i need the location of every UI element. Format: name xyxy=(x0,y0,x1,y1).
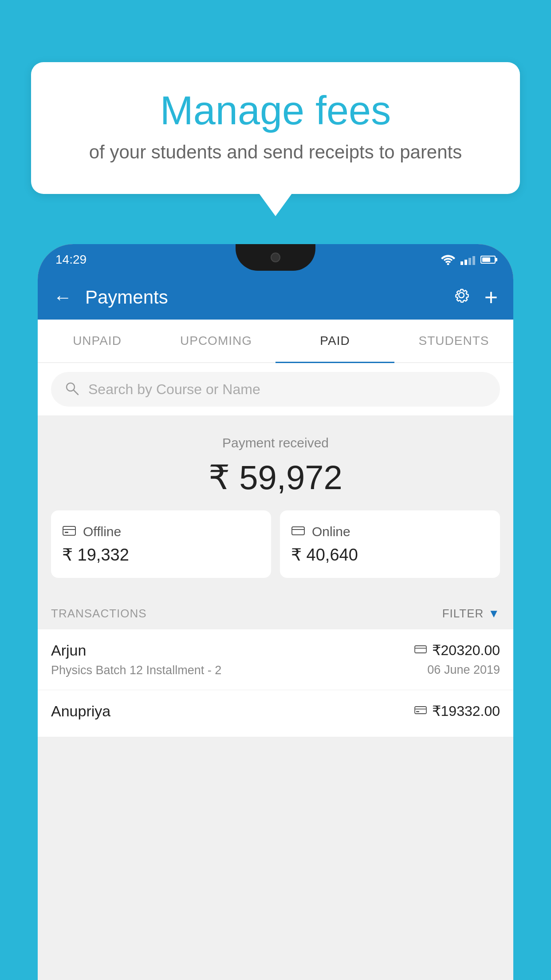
filter-button[interactable]: FILTER ▼ xyxy=(442,607,500,620)
offline-label: Offline xyxy=(83,524,121,539)
payment-cards: Offline ₹ 19,332 Online xyxy=(51,510,500,578)
payment-summary: Payment received ₹ 59,972 Offline xyxy=(38,415,513,593)
svg-rect-3 xyxy=(63,526,75,535)
tab-unpaid[interactable]: UNPAID xyxy=(38,320,157,362)
svg-rect-8 xyxy=(415,646,426,653)
payment-received-label: Payment received xyxy=(51,435,500,450)
offline-payment-card: Offline ₹ 19,332 xyxy=(51,510,271,578)
payment-total-amount: ₹ 59,972 xyxy=(51,458,500,497)
settings-icon[interactable] xyxy=(452,285,471,309)
notch-camera xyxy=(271,253,280,262)
payment-type-icon xyxy=(414,705,427,717)
bubble-subtitle: of your students and send receipts to pa… xyxy=(67,142,484,163)
tab-paid[interactable]: PAID xyxy=(276,320,394,362)
back-button[interactable]: ← xyxy=(53,287,72,308)
tabs-container: UNPAID UPCOMING PAID STUDENTS xyxy=(38,320,513,363)
speech-bubble: Manage fees of your students and send re… xyxy=(31,62,520,194)
online-label: Online xyxy=(312,524,350,539)
payment-type-icon xyxy=(414,644,427,656)
offline-amount: ₹ 19,332 xyxy=(62,545,260,565)
table-row[interactable]: Arjun Physics Batch 12 Installment - 2 ₹… xyxy=(38,629,513,690)
status-bar: 14:29 xyxy=(38,244,513,275)
transactions-label: TRANSACTIONS xyxy=(51,607,147,620)
table-row[interactable]: Anupriya ₹19332.00 xyxy=(38,690,513,737)
app-header: ← Payments + xyxy=(38,275,513,320)
transaction-right: ₹20320.00 06 June 2019 xyxy=(414,642,500,677)
phone-frame: 14:29 xyxy=(38,244,513,980)
svg-rect-6 xyxy=(292,527,304,535)
offline-icon xyxy=(62,524,76,540)
amount-row: ₹20320.00 xyxy=(414,642,500,659)
transaction-left: Anupriya xyxy=(51,703,414,724)
tab-students[interactable]: STUDENTS xyxy=(394,320,513,362)
search-placeholder: Search by Course or Name xyxy=(88,381,260,398)
transaction-detail: Physics Batch 12 Installment - 2 xyxy=(51,664,414,677)
status-icons xyxy=(441,254,496,265)
signal-icon xyxy=(460,254,475,265)
battery-icon xyxy=(480,256,496,264)
phone-notch xyxy=(236,244,315,271)
status-time: 14:29 xyxy=(55,253,87,267)
transaction-left: Arjun Physics Batch 12 Installment - 2 xyxy=(51,642,414,677)
add-icon[interactable]: + xyxy=(484,284,498,311)
search-container: Search by Course or Name xyxy=(38,363,513,415)
search-bar[interactable]: Search by Course or Name xyxy=(51,372,500,407)
online-amount: ₹ 40,640 xyxy=(291,545,489,565)
amount-row: ₹19332.00 xyxy=(414,703,500,719)
transaction-name: Anupriya xyxy=(51,703,414,720)
transaction-amount: ₹19332.00 xyxy=(432,703,500,719)
svg-rect-5 xyxy=(65,532,68,533)
transactions-list: Arjun Physics Batch 12 Installment - 2 ₹… xyxy=(38,629,513,737)
bubble-title: Manage fees xyxy=(67,89,484,133)
svg-line-2 xyxy=(74,390,78,395)
header-icons: + xyxy=(452,284,498,311)
transaction-name: Arjun xyxy=(51,642,414,659)
transaction-right: ₹19332.00 xyxy=(414,703,500,719)
tab-upcoming[interactable]: UPCOMING xyxy=(157,320,276,362)
svg-rect-10 xyxy=(415,707,426,714)
filter-icon: ▼ xyxy=(488,607,500,620)
online-payment-card: Online ₹ 40,640 xyxy=(280,510,500,578)
svg-point-0 xyxy=(447,263,449,265)
online-icon xyxy=(291,524,305,540)
transaction-amount: ₹20320.00 xyxy=(432,642,500,659)
wifi-icon xyxy=(441,254,455,265)
filter-label: FILTER xyxy=(442,607,484,620)
transactions-header: TRANSACTIONS FILTER ▼ xyxy=(38,593,513,629)
speech-bubble-container: Manage fees of your students and send re… xyxy=(31,62,520,194)
search-icon xyxy=(64,381,79,398)
svg-rect-12 xyxy=(416,711,419,712)
header-title: Payments xyxy=(85,287,438,308)
transaction-date: 06 June 2019 xyxy=(427,663,500,677)
